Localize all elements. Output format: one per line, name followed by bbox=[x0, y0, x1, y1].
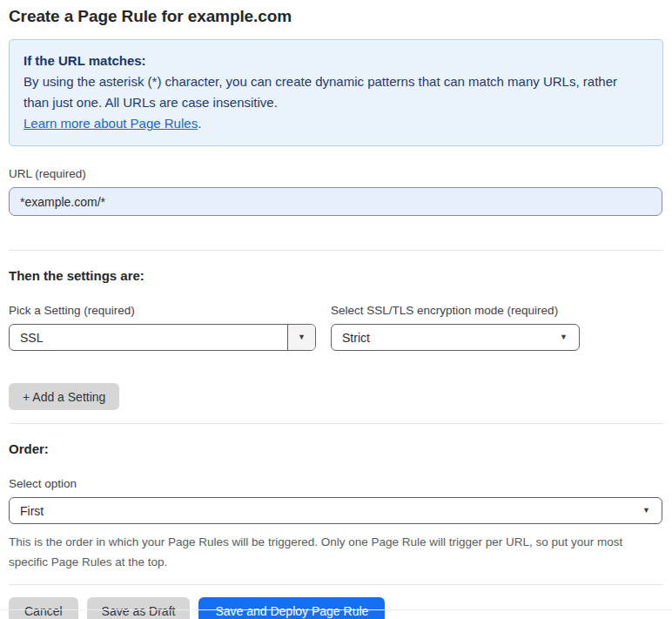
pick-setting-label: Pick a Setting (required) bbox=[9, 304, 316, 317]
caret-down-icon: ▼ bbox=[560, 333, 568, 341]
section-divider bbox=[9, 250, 663, 251]
url-field-label: URL (required) bbox=[9, 167, 663, 180]
encryption-mode-column: Select SSL/TLS encryption mode (required… bbox=[331, 283, 580, 351]
section-divider bbox=[9, 423, 663, 424]
info-box-link-line: Learn more about Page Rules. bbox=[24, 113, 648, 134]
add-setting-button[interactable]: + Add a Setting bbox=[9, 383, 119, 410]
settings-selects-row: Pick a Setting (required) SSL ▼ Select S… bbox=[9, 283, 663, 351]
save-and-deploy-button[interactable]: Save and Deploy Page Rule bbox=[198, 597, 385, 619]
info-box-heading: If the URL matches: bbox=[24, 50, 648, 71]
save-as-draft-button[interactable]: Save as Draft bbox=[87, 597, 191, 619]
order-select[interactable]: First ▼ bbox=[9, 497, 662, 524]
encryption-mode-label: Select SSL/TLS encryption mode (required… bbox=[331, 304, 580, 317]
link-period: . bbox=[198, 116, 201, 131]
encryption-mode-value: Strict bbox=[332, 331, 553, 345]
footer-divider bbox=[9, 584, 663, 585]
caret-wrapper: ▼ bbox=[635, 507, 662, 515]
caret-down-icon: ▼ bbox=[642, 507, 650, 515]
info-box-body: By using the asterisk (*) character, you… bbox=[24, 71, 642, 113]
learn-more-link[interactable]: Learn more about Page Rules bbox=[24, 116, 198, 131]
footer-actions: Cancel Save as Draft Save and Deploy Pag… bbox=[9, 597, 663, 619]
settings-section-heading: Then the settings are: bbox=[9, 268, 663, 283]
pick-setting-column: Pick a Setting (required) SSL ▼ bbox=[9, 283, 316, 351]
pick-setting-value: SSL bbox=[10, 331, 287, 345]
pick-setting-select[interactable]: SSL ▼ bbox=[9, 324, 316, 351]
order-select-label: Select option bbox=[9, 477, 663, 490]
encryption-mode-select[interactable]: Strict ▼ bbox=[331, 324, 580, 351]
select-caret-section: ▼ bbox=[287, 325, 315, 350]
page-title: Create a Page Rule for example.com bbox=[9, 7, 663, 26]
create-page-rule-form: Create a Page Rule for example.com If th… bbox=[0, 0, 672, 619]
order-section-heading: Order: bbox=[9, 441, 663, 456]
bottom-divider bbox=[0, 609, 672, 610]
order-help-text: This is the order in which your Page Rul… bbox=[9, 532, 644, 572]
order-select-value: First bbox=[10, 504, 635, 518]
caret-down-icon: ▼ bbox=[298, 333, 306, 341]
caret-wrapper: ▼ bbox=[553, 333, 579, 341]
cancel-button[interactable]: Cancel bbox=[9, 597, 78, 619]
url-match-info-box: If the URL matches: By using the asteris… bbox=[9, 39, 663, 146]
url-input[interactable] bbox=[9, 187, 662, 216]
